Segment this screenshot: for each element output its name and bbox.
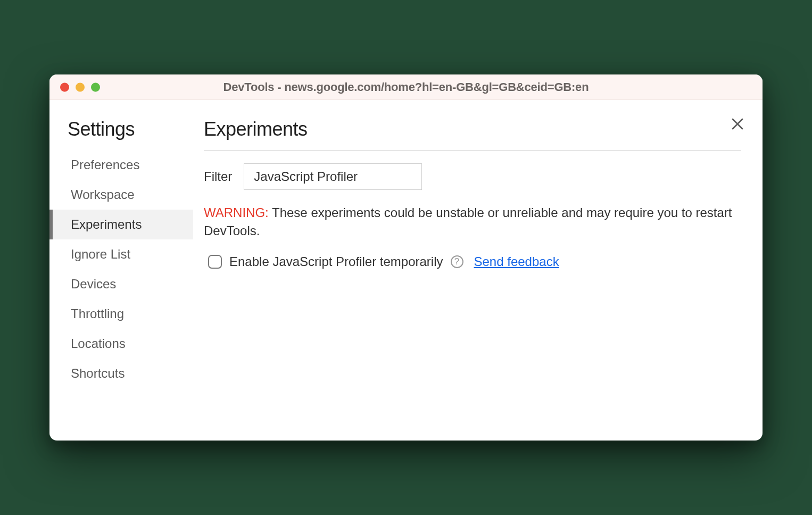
sidebar-item-ignore-list[interactable]: Ignore List xyxy=(49,239,193,269)
maximize-window-icon[interactable] xyxy=(91,82,100,92)
sidebar-item-workspace[interactable]: Workspace xyxy=(49,180,193,210)
experiment-row: Enable JavaScript Profiler temporarily ?… xyxy=(204,254,741,269)
filter-row: Filter xyxy=(204,163,741,190)
window-body: Settings Preferences Workspace Experimen… xyxy=(49,100,763,441)
experiment-label: Enable JavaScript Profiler temporarily xyxy=(229,254,443,269)
content-pane: Experiments Filter WARNING: These experi… xyxy=(193,100,763,441)
sidebar-item-devices[interactable]: Devices xyxy=(49,269,193,299)
content-title: Experiments xyxy=(204,118,741,151)
send-feedback-link[interactable]: Send feedback xyxy=(474,254,559,269)
titlebar: DevTools - news.google.com/home?hl=en-GB… xyxy=(49,74,763,100)
close-window-icon[interactable] xyxy=(60,82,69,92)
close-settings-button[interactable] xyxy=(728,115,747,133)
sidebar-item-preferences[interactable]: Preferences xyxy=(49,150,193,180)
experiment-checkbox[interactable] xyxy=(208,255,222,269)
sidebar-item-shortcuts[interactable]: Shortcuts xyxy=(49,359,193,388)
help-icon[interactable]: ? xyxy=(451,255,463,268)
filter-label: Filter xyxy=(204,169,232,184)
sidebar-item-experiments[interactable]: Experiments xyxy=(49,210,193,239)
warning-text: WARNING: These experiments could be unst… xyxy=(204,204,741,239)
filter-input[interactable] xyxy=(244,163,422,190)
traffic-lights xyxy=(60,82,100,92)
close-icon xyxy=(732,118,743,130)
sidebar: Settings Preferences Workspace Experimen… xyxy=(49,100,193,441)
window-title: DevTools - news.google.com/home?hl=en-GB… xyxy=(60,80,752,94)
devtools-window: DevTools - news.google.com/home?hl=en-GB… xyxy=(49,74,763,441)
minimize-window-icon[interactable] xyxy=(76,82,85,92)
sidebar-item-throttling[interactable]: Throttling xyxy=(49,299,193,329)
sidebar-item-locations[interactable]: Locations xyxy=(49,329,193,359)
sidebar-title: Settings xyxy=(49,118,193,150)
warning-prefix: WARNING: xyxy=(204,205,269,220)
warning-body: These experiments could be unstable or u… xyxy=(204,205,732,238)
